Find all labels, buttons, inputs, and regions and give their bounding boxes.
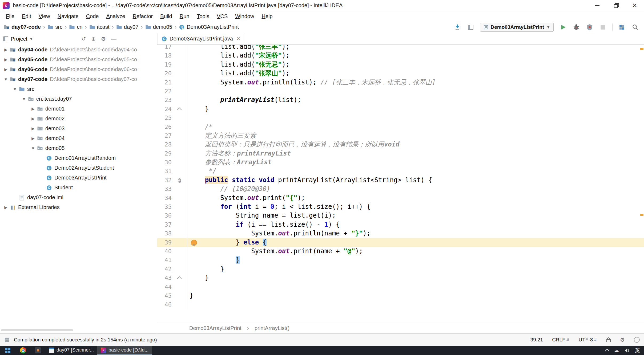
breadcrumb-day07-code[interactable]: day07-code — [4, 24, 41, 30]
encoding-widget[interactable]: UTF-8 ⇵ — [579, 337, 597, 343]
cloud-icon[interactable]: ☁ — [614, 347, 619, 353]
error-stripe-mark[interactable] — [640, 214, 643, 216]
breadcrumb-class[interactable]: Demo03ArrayListPrint — [189, 325, 241, 331]
breadcrumb-demo05[interactable]: demo05 — [145, 24, 172, 30]
collapse-arrow-icon[interactable]: ▼ — [3, 77, 9, 81]
menu-view[interactable]: View — [35, 12, 54, 21]
minimize-button[interactable] — [588, 0, 607, 11]
volume-icon[interactable] — [624, 348, 630, 353]
expand-arrow-icon[interactable]: ▶ — [3, 47, 9, 52]
gear-icon[interactable]: ⚙ — [101, 36, 106, 42]
line-number[interactable]: 17 — [157, 45, 172, 51]
code-line-37[interactable]: 37 if (i == list.size() - 1) { — [157, 220, 644, 229]
line-number[interactable]: 33 — [157, 185, 172, 193]
line-number[interactable]: 37 — [157, 220, 172, 229]
menu-refactor[interactable]: Refactor — [129, 12, 157, 21]
line-number[interactable]: 23 — [157, 96, 172, 104]
tree-item-demo03arraylistprint[interactable]: CDemo03ArrayListPrint — [0, 173, 157, 183]
code-line-46[interactable]: 46 — [157, 300, 644, 309]
grid-icon[interactable] — [618, 23, 626, 31]
refresh-icon[interactable]: ↺ — [82, 36, 86, 42]
menu-code[interactable]: Code — [82, 12, 103, 21]
line-number[interactable]: 45 — [157, 291, 172, 300]
breadcrumb-cn[interactable]: cn — [69, 24, 82, 30]
line-number[interactable]: 26 — [157, 123, 172, 131]
ime-indicator[interactable]: 英 — [635, 347, 640, 354]
toolwindow-switcher-icon[interactable] — [4, 337, 10, 342]
expand-arrow-icon[interactable]: ▶ — [30, 107, 36, 111]
tree-item-demo03[interactable]: ▶demo03 — [0, 124, 157, 133]
expand-arrow-icon[interactable]: ▶ — [3, 57, 9, 62]
line-number[interactable]: 40 — [157, 247, 172, 256]
code-line-28[interactable]: 28 返回值类型：只是进行打印而已，没有运算，没有结果；所以用void — [157, 140, 644, 149]
line-number[interactable]: 36 — [157, 211, 172, 220]
editor-tab-demo03arraylistprint[interactable]: C Demo03ArrayListPrint.java ✕ — [157, 33, 244, 44]
code-line-33[interactable]: 33 // {10@20@30} — [157, 185, 644, 193]
tree-item-demo01[interactable]: ▶demo01 — [0, 104, 157, 114]
breadcrumb-method[interactable]: printArrayList() — [255, 325, 289, 331]
breadcrumb-day07[interactable]: day07 — [116, 24, 139, 30]
status-message[interactable]: Compilation completed successfully in 2s… — [14, 337, 157, 343]
menu-tools[interactable]: Tools — [193, 12, 213, 21]
tab-close-icon[interactable]: ✕ — [236, 36, 240, 42]
code-line-17[interactable]: 17 list.add("张三丰"); — [157, 45, 644, 51]
code-line-30[interactable]: 30 参数列表：ArrayList — [157, 158, 644, 167]
expand-arrow-icon[interactable]: ▶ — [3, 67, 9, 72]
taskbar-task-intellij[interactable]: IJbasic-code [D:\Id... — [97, 346, 152, 355]
code-line-41[interactable]: 41 } — [157, 256, 644, 264]
code-line-45[interactable]: 45} — [157, 291, 644, 300]
line-number[interactable]: 24 — [157, 105, 172, 113]
coverage-button[interactable] — [586, 23, 594, 31]
menu-window[interactable]: Window — [231, 12, 258, 21]
tree-item-day07-code-iml[interactable]: day07-code.iml — [0, 193, 157, 202]
project-panel-title[interactable]: Project — [11, 36, 27, 42]
code-line-39[interactable]: 39 } else { — [157, 238, 644, 247]
close-button[interactable]: ✕ — [625, 0, 644, 11]
start-button[interactable] — [0, 346, 15, 355]
hide-panel-icon[interactable]: — — [111, 36, 116, 42]
line-number[interactable]: 32 — [157, 176, 172, 185]
code-line-26[interactable]: 26 /* — [157, 123, 644, 131]
tree-item-day07-code[interactable]: ▼day07-codeD:\IdeaProjects\basic-code\da… — [0, 74, 157, 84]
line-number[interactable]: 27 — [157, 131, 172, 140]
code-line-42[interactable]: 42 } — [157, 265, 644, 274]
lock-icon[interactable] — [606, 337, 611, 342]
hidden-icons-chevron-icon[interactable] — [605, 349, 609, 353]
tree-item-day04-code[interactable]: ▶day04-codeD:\IdeaProjects\basic-code\da… — [0, 45, 157, 55]
annotation-gutter-icon[interactable]: @ — [172, 176, 187, 185]
menu-navigate[interactable]: Navigate — [54, 12, 82, 21]
code-line-23[interactable]: 23 printArrayList(list); — [157, 96, 644, 104]
locate-icon[interactable]: ⊕ — [91, 36, 96, 42]
code-line-43[interactable]: 43 } — [157, 274, 644, 282]
breadcrumb-src[interactable]: src — [47, 24, 62, 30]
code-line-38[interactable]: 38 System.out.println(name + "}"); — [157, 229, 644, 238]
breadcrumb-demo03arraylistprint[interactable]: CDemo03ArrayListPrint — [179, 24, 239, 30]
expand-arrow-icon[interactable]: ▶ — [3, 205, 9, 210]
indicator-circle-icon[interactable] — [634, 337, 640, 343]
tree-item-demo05[interactable]: ▼demo05 — [0, 143, 157, 153]
line-number[interactable]: 34 — [157, 194, 172, 202]
line-number[interactable]: 29 — [157, 149, 172, 158]
line-number[interactable]: 42 — [157, 265, 172, 274]
line-number[interactable]: 35 — [157, 202, 172, 211]
code-line-20[interactable]: 20 list.add("张翠山"); — [157, 69, 644, 78]
menu-analyze[interactable]: Analyze — [102, 12, 129, 21]
menu-help[interactable]: Help — [258, 12, 276, 21]
error-stripe-mark[interactable] — [640, 48, 643, 50]
code-line-24[interactable]: 24 } — [157, 105, 644, 113]
restore-button[interactable] — [607, 0, 625, 11]
line-number[interactable]: 19 — [157, 60, 172, 69]
taskbar-task-window[interactable]: day07 [Scanner... — [45, 346, 97, 355]
breadcrumb-itcast[interactable]: itcast — [89, 24, 110, 30]
code-line-34[interactable]: 34 System.out.print("{"); — [157, 194, 644, 202]
line-number[interactable]: 22 — [157, 87, 172, 96]
line-number[interactable]: 43 — [157, 274, 172, 282]
code-line-27[interactable]: 27 定义方法的三要素 — [157, 131, 644, 140]
tree-item-cn-itcast-day07[interactable]: ▼cn.itcast.day07 — [0, 94, 157, 104]
search-everywhere-icon[interactable] — [631, 23, 639, 31]
tree-item-day05-code[interactable]: ▶day05-codeD:\IdeaProjects\basic-code\da… — [0, 55, 157, 64]
code-line-25[interactable]: 25 — [157, 113, 644, 122]
tree-item-demo02arrayliststudent[interactable]: CDemo02ArrayListStudent — [0, 163, 157, 173]
gear-icon[interactable]: ⚙ — [620, 337, 625, 343]
line-number[interactable]: 44 — [157, 283, 172, 291]
